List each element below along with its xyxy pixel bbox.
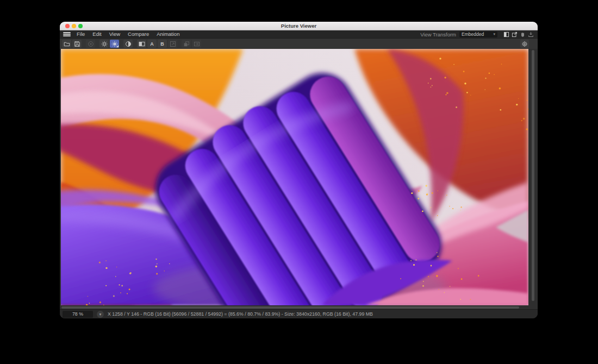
render-settings-button[interactable] xyxy=(99,40,109,48)
abstract-render-art xyxy=(61,49,528,305)
split-compare-icon[interactable] xyxy=(503,31,510,37)
save-button[interactable] xyxy=(72,40,82,48)
open-external-icon[interactable] xyxy=(511,31,518,37)
view-transform-label: View Transform xyxy=(420,32,456,37)
contrast-button[interactable] xyxy=(123,40,133,48)
vertical-scrollbar-thumb[interactable] xyxy=(532,50,534,301)
horizontal-scrollbar-thumb[interactable] xyxy=(61,306,519,309)
menu-view[interactable]: View xyxy=(105,30,124,38)
menu-file[interactable]: File xyxy=(73,30,89,38)
pan-hand-icon[interactable] xyxy=(519,31,526,37)
window-title: Picture Viewer xyxy=(60,22,538,30)
desktop: Picture Viewer File Edit View Compare An… xyxy=(0,0,598,364)
view-transform-value: Embedded xyxy=(462,32,493,37)
zoom-level-input[interactable]: 78 % xyxy=(63,311,93,318)
copy-image-button[interactable] xyxy=(182,40,191,48)
export-image-button[interactable] xyxy=(192,40,201,48)
menubar: File Edit View Compare Animation View Tr… xyxy=(60,30,538,38)
toolbar: A B xyxy=(60,38,538,49)
minimize-window-button[interactable] xyxy=(72,24,76,28)
pixel-info-text: X 1258 / Y 146 - RGB (16 Bit) (56096 / 5… xyxy=(108,311,373,317)
set-b-button[interactable]: B xyxy=(158,40,167,48)
menu-compare[interactable]: Compare xyxy=(124,30,153,38)
open-file-button[interactable] xyxy=(62,40,71,48)
viewer-content xyxy=(60,49,538,305)
vertical-scrollbar[interactable] xyxy=(528,49,538,305)
horizontal-scrollbar[interactable] xyxy=(60,305,538,309)
display-filter-button[interactable] xyxy=(110,40,119,48)
zoom-preset-dropdown[interactable]: ▼ xyxy=(97,311,104,318)
hamburger-menu-icon[interactable] xyxy=(63,32,71,37)
palette-customize-icon[interactable] xyxy=(520,40,529,48)
swap-ab-button[interactable] xyxy=(168,40,177,48)
picture-viewer-window: Picture Viewer File Edit View Compare An… xyxy=(60,22,538,318)
statusbar: 78 % ▼ X 1258 / Y 146 - RGB (16 Bit) (56… xyxy=(60,309,538,318)
dock-down-icon[interactable] xyxy=(527,31,534,37)
traffic-lights xyxy=(65,24,83,28)
chevron-down-icon: ▾ xyxy=(493,32,495,36)
view-transform-dropdown[interactable]: Embedded ▾ xyxy=(459,32,497,37)
menu-animation[interactable]: Animation xyxy=(153,30,183,38)
delete-image-button[interactable] xyxy=(86,40,95,48)
titlebar[interactable]: Picture Viewer xyxy=(60,22,538,30)
menu-edit[interactable]: Edit xyxy=(89,30,105,38)
rendered-image[interactable] xyxy=(61,49,528,305)
ab-compare-button[interactable] xyxy=(137,40,146,48)
zoom-window-button[interactable] xyxy=(78,24,83,28)
close-window-button[interactable] xyxy=(65,24,70,28)
set-a-button[interactable]: A xyxy=(147,40,157,48)
